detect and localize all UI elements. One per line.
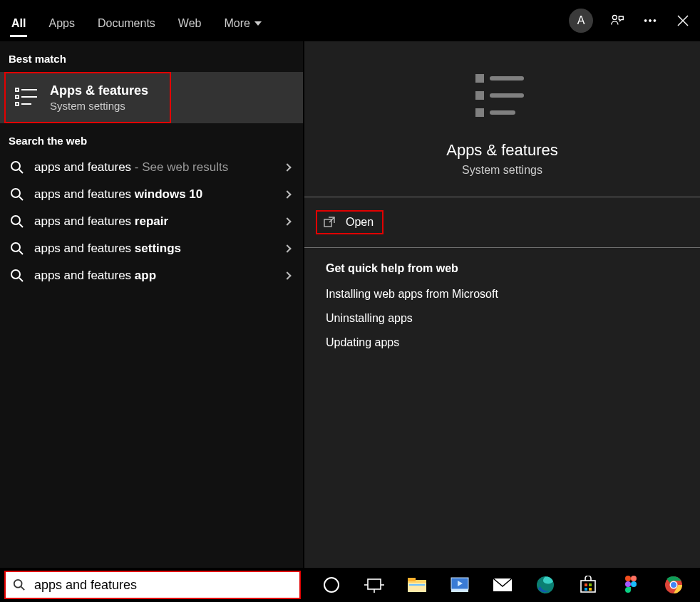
svg-point-54 bbox=[625, 581, 631, 587]
svg-point-18 bbox=[11, 243, 20, 251]
svg-line-15 bbox=[19, 197, 23, 200]
best-match-subtitle: System settings bbox=[50, 100, 148, 112]
search-icon bbox=[10, 160, 24, 175]
detail-panel: Apps & features System settings Open bbox=[304, 41, 700, 568]
web-result-text: apps and features app bbox=[34, 269, 274, 283]
mail-icon[interactable] bbox=[492, 574, 513, 596]
task-view-icon[interactable] bbox=[364, 574, 385, 596]
web-result-item[interactable]: apps and features settings bbox=[0, 235, 303, 262]
svg-point-3 bbox=[654, 20, 656, 22]
tab-more-label: More bbox=[224, 17, 249, 30]
web-result-text: apps and features repair bbox=[34, 214, 274, 229]
close-icon[interactable] bbox=[674, 12, 691, 29]
search-tabs: All Apps Documents Web More bbox=[10, 0, 263, 41]
best-match-item[interactable]: Apps & features System settings bbox=[4, 72, 171, 123]
help-link[interactable]: Updating apps bbox=[326, 336, 700, 349]
header-row: All Apps Documents Web More A bbox=[0, 0, 700, 41]
edge-icon[interactable] bbox=[535, 574, 556, 596]
svg-rect-51 bbox=[589, 588, 592, 591]
apps-features-large-icon bbox=[468, 61, 537, 130]
cortana-icon[interactable] bbox=[321, 574, 342, 596]
svg-rect-33 bbox=[368, 579, 381, 589]
svg-point-32 bbox=[324, 578, 339, 592]
svg-point-1 bbox=[644, 20, 647, 22]
tab-more[interactable]: More bbox=[222, 7, 262, 41]
open-button[interactable]: Open bbox=[316, 210, 384, 234]
open-action-row: Open bbox=[304, 197, 700, 247]
web-result-item[interactable]: apps and features - See web results bbox=[0, 154, 303, 181]
tab-web[interactable]: Web bbox=[177, 7, 203, 41]
chevron-right-icon bbox=[283, 244, 291, 252]
svg-rect-47 bbox=[581, 581, 595, 592]
svg-rect-26 bbox=[475, 108, 484, 117]
svg-rect-50 bbox=[585, 588, 587, 591]
search-web-heading: Search the web bbox=[0, 123, 303, 154]
svg-rect-40 bbox=[409, 584, 425, 586]
svg-rect-43 bbox=[451, 589, 468, 592]
more-options-icon[interactable] bbox=[642, 12, 659, 29]
tab-documents[interactable]: Documents bbox=[96, 7, 157, 41]
web-result-text: apps and features settings bbox=[34, 242, 274, 256]
figma-icon[interactable] bbox=[620, 574, 642, 596]
svg-point-2 bbox=[649, 20, 652, 22]
chevron-right-icon bbox=[283, 163, 291, 171]
search-input[interactable] bbox=[33, 577, 292, 593]
main-content: Best match Apps & features bbox=[0, 41, 700, 568]
results-panel: Best match Apps & features bbox=[0, 41, 304, 568]
svg-rect-48 bbox=[585, 583, 587, 586]
tab-all[interactable]: All bbox=[10, 7, 27, 41]
open-icon bbox=[323, 216, 336, 229]
web-result-text: apps and features windows 10 bbox=[34, 187, 274, 202]
help-link[interactable]: Installing web apps from Microsoft bbox=[326, 288, 700, 301]
svg-point-20 bbox=[11, 270, 20, 279]
taskbar-icons bbox=[321, 574, 684, 596]
svg-rect-22 bbox=[475, 74, 484, 83]
chevron-down-icon bbox=[254, 21, 262, 26]
search-icon bbox=[13, 578, 26, 591]
web-result-text: apps and features - See web results bbox=[34, 160, 274, 175]
tab-apps[interactable]: Apps bbox=[47, 7, 76, 41]
svg-rect-38 bbox=[408, 578, 416, 581]
header-actions: A bbox=[569, 9, 691, 33]
search-icon bbox=[10, 269, 24, 283]
svg-rect-10 bbox=[16, 103, 19, 105]
detail-title: Apps & features bbox=[446, 141, 558, 160]
svg-point-16 bbox=[11, 216, 20, 224]
search-icon bbox=[10, 242, 24, 256]
help-link[interactable]: Uninstalling apps bbox=[326, 312, 700, 325]
web-result-item[interactable]: apps and features app bbox=[0, 262, 303, 289]
svg-line-21 bbox=[19, 278, 23, 281]
svg-rect-25 bbox=[490, 93, 524, 98]
svg-rect-49 bbox=[589, 583, 592, 586]
web-results-list: apps and features - See web results apps… bbox=[0, 154, 303, 289]
avatar[interactable]: A bbox=[569, 9, 593, 33]
web-result-item[interactable]: apps and features repair bbox=[0, 208, 303, 235]
svg-point-55 bbox=[631, 581, 637, 587]
file-explorer-icon[interactable] bbox=[406, 574, 428, 596]
chevron-right-icon bbox=[283, 190, 291, 198]
svg-line-19 bbox=[19, 251, 23, 254]
svg-point-52 bbox=[625, 576, 631, 581]
best-match-heading: Best match bbox=[0, 41, 303, 72]
feedback-icon[interactable] bbox=[609, 12, 626, 29]
svg-rect-24 bbox=[475, 91, 484, 100]
svg-line-13 bbox=[19, 170, 23, 173]
detail-subtitle: System settings bbox=[462, 164, 542, 177]
taskbar-search-box[interactable] bbox=[4, 571, 301, 599]
search-icon bbox=[10, 187, 24, 202]
svg-rect-28 bbox=[324, 219, 331, 227]
svg-point-14 bbox=[11, 189, 20, 197]
svg-line-17 bbox=[19, 224, 23, 227]
chevron-right-icon bbox=[283, 271, 291, 279]
quick-help-block: Get quick help from web Installing web a… bbox=[304, 248, 700, 360]
video-editor-icon[interactable] bbox=[449, 574, 470, 596]
microsoft-store-icon[interactable] bbox=[577, 574, 599, 596]
taskbar bbox=[0, 568, 700, 602]
svg-point-12 bbox=[11, 162, 20, 170]
detail-header: Apps & features System settings bbox=[304, 41, 700, 197]
web-result-item[interactable]: apps and features windows 10 bbox=[0, 181, 303, 208]
best-match-title: Apps & features bbox=[50, 83, 148, 98]
apps-features-icon bbox=[14, 85, 40, 110]
svg-line-31 bbox=[21, 587, 25, 591]
chrome-icon[interactable] bbox=[663, 574, 684, 596]
